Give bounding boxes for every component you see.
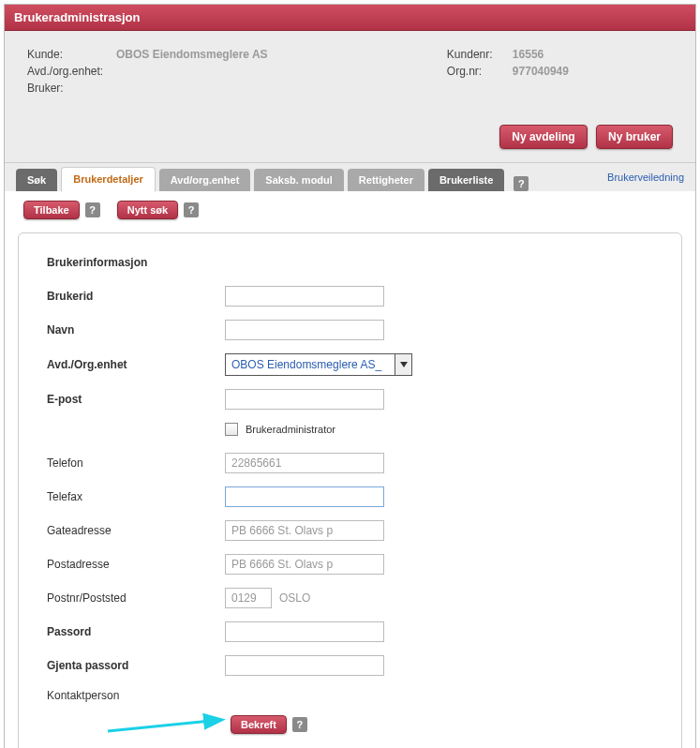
- navn-label: Navn: [47, 323, 225, 337]
- poststed-value: OSLO: [279, 591, 310, 605]
- passord-label: Passord: [47, 625, 225, 638]
- tab-rettigheter[interactable]: Rettigheter: [348, 169, 424, 191]
- info-area: Kunde: OBOS Eiendomsmeglere AS Avd./org.…: [5, 31, 695, 163]
- tilbake-button[interactable]: Tilbake: [23, 201, 80, 219]
- telefon-input[interactable]: [225, 453, 384, 473]
- info-right: Kundenr: 16556 Org.nr: 977040949: [447, 48, 673, 98]
- telefon-label: Telefon: [47, 456, 225, 470]
- sub-actions: Tilbake ? Nytt søk ?: [5, 191, 695, 229]
- form-box: Brukerinformasjon Brukerid Navn Avd./Org…: [18, 232, 682, 748]
- info-left: Kunde: OBOS Eiendomsmeglere AS Avd./org.…: [27, 48, 414, 98]
- gateadresse-label: Gateadresse: [47, 524, 225, 537]
- orgnr-value: 977040949: [513, 65, 569, 78]
- kunde-label: Kunde:: [27, 48, 116, 61]
- page-title: Brukeradministrasjon: [14, 10, 140, 24]
- postadresse-label: Postadresse: [47, 558, 225, 571]
- postnr-label: Postnr/Poststed: [47, 591, 225, 605]
- kontaktperson-label: Kontaktperson: [47, 689, 225, 702]
- main-panel: Brukeradministrasjon Kunde: OBOS Eiendom…: [4, 4, 696, 748]
- epost-label: E-post: [47, 393, 225, 406]
- help-icon[interactable]: ?: [184, 202, 199, 217]
- brukeradmin-checkbox[interactable]: [225, 423, 238, 436]
- brukeradmin-label: Brukeradministrator: [246, 424, 335, 435]
- tab-brukerliste[interactable]: Brukerliste: [428, 169, 504, 191]
- help-icon[interactable]: ?: [292, 717, 307, 732]
- avdorg-selected: OBOS Eiendomsmeglere AS_: [231, 358, 381, 371]
- info-grid: Kunde: OBOS Eiendomsmeglere AS Avd./org.…: [27, 48, 673, 98]
- tab-avdorg[interactable]: Avd/org.enhet: [159, 169, 251, 191]
- gjenta-passord-label: Gjenta passord: [47, 659, 225, 672]
- help-icon[interactable]: ?: [514, 176, 529, 191]
- gjenta-passord-input[interactable]: [225, 655, 384, 676]
- ny-avdeling-button[interactable]: Ny avdeling: [499, 125, 587, 149]
- telefax-label: Telefax: [47, 490, 225, 503]
- tabs-row: Søk Brukerdetaljer Avd/org.enhet Saksb. …: [5, 163, 695, 191]
- kunde-value: OBOS Eiendomsmeglere AS: [116, 48, 268, 61]
- help-link[interactable]: Brukerveiledning: [607, 172, 684, 183]
- tab-brukerdetaljer[interactable]: Brukerdetaljer: [61, 167, 156, 192]
- telefax-input[interactable]: [225, 486, 384, 507]
- tab-sok[interactable]: Søk: [16, 169, 57, 191]
- postnr-input[interactable]: [225, 588, 272, 608]
- avdorg-label: Avd./Org.enhet: [47, 358, 225, 371]
- confirm-row: Bekreft ?: [225, 715, 653, 734]
- kundenr-label: Kundenr:: [447, 48, 513, 61]
- postadresse-input[interactable]: [225, 554, 384, 575]
- ny-bruker-button[interactable]: Ny bruker: [596, 125, 673, 149]
- svg-line-2: [108, 720, 220, 731]
- panel-header: Brukeradministrasjon: [5, 5, 695, 31]
- bekreft-button[interactable]: Bekreft: [231, 715, 287, 734]
- gateadresse-input[interactable]: [225, 520, 384, 541]
- avdorg-select[interactable]: OBOS Eiendomsmeglere AS_: [225, 353, 412, 376]
- tab-saksb[interactable]: Saksb. modul: [254, 169, 344, 191]
- help-icon[interactable]: ?: [85, 202, 100, 217]
- form-section-title: Brukerinformasjon: [47, 256, 653, 269]
- avd-label: Avd./org.enhet:: [27, 65, 116, 78]
- nytt-sok-button[interactable]: Nytt søk: [117, 201, 178, 219]
- bruker-label: Bruker:: [27, 82, 116, 95]
- content-area: Brukerinformasjon Brukerid Navn Avd./Org…: [5, 229, 695, 748]
- passord-input[interactable]: [225, 621, 384, 642]
- kundenr-value: 16556: [513, 48, 544, 61]
- brukerid-input[interactable]: [225, 286, 384, 307]
- navn-input[interactable]: [225, 320, 384, 340]
- chevron-down-icon: [395, 354, 411, 375]
- annotation-arrow-icon: [103, 708, 234, 741]
- epost-input[interactable]: [225, 389, 384, 410]
- brukerid-label: Brukerid: [47, 290, 225, 303]
- svg-marker-0: [400, 362, 408, 367]
- orgnr-label: Org.nr:: [447, 65, 513, 78]
- action-row: Ny avdeling Ny bruker: [27, 125, 673, 149]
